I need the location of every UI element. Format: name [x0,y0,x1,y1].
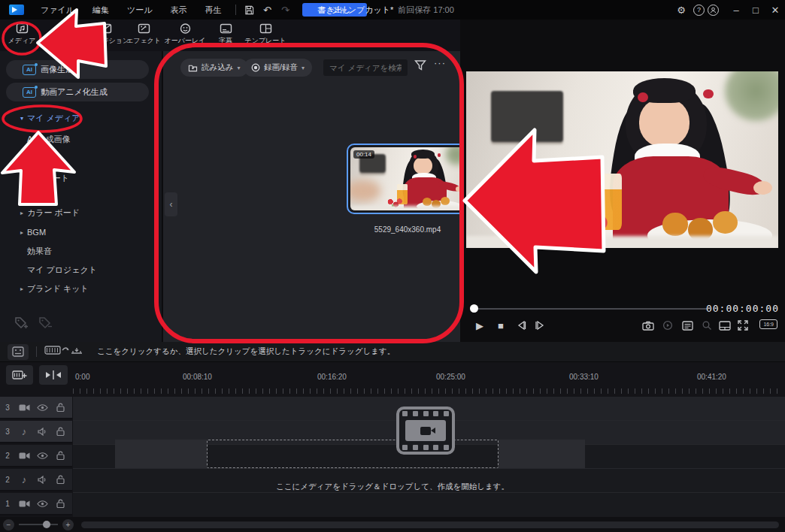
ai-image-generate-button[interactable]: AI 画像生成 [6,60,149,79]
tab-subtitle[interactable]: 字幕 [204,23,247,50]
ruler-label: 0:00 [75,373,89,381]
import-icon [188,63,198,72]
import-button[interactable]: 読み込み ▾ [180,59,248,77]
audio-track-note-icon: ♪ [15,426,33,437]
tab-overlay[interactable]: オーバーレイ [163,23,207,50]
minimize-button[interactable]: – [726,2,746,17]
zoom-out-button[interactable]: − [3,519,14,530]
add-tag-icon[interactable] [14,316,29,332]
sidebar-item-import[interactable]: インポート [0,170,150,186]
sidebar-item-my-project[interactable]: マイ プロジェクト [0,261,150,278]
media-sidebar: AI 画像生成 AI 動画アニメ化生成 ▾ マイ メディア AI 生成画像 レコ… [0,51,162,342]
media-clip-card[interactable]: 00:14 [347,144,468,214]
track-mute-speaker-icon[interactable] [33,428,51,436]
media-manager-icon[interactable] [8,344,29,360]
sidebar-item-sound-effects[interactable]: 効果音 [0,243,150,259]
dropdown-icon: ▾ [302,65,305,71]
sidebar-item-record[interactable]: レコード [0,150,150,167]
scrubber-handle[interactable] [470,304,478,313]
effect-icon [138,23,150,35]
sidebar-item-ai-generated-images[interactable]: AI 生成画像 [0,131,150,147]
tab-transition[interactable]: トランジション [83,23,127,50]
filter-funnel-icon[interactable] [414,59,427,75]
prev-frame-button[interactable] [514,319,529,332]
panel-collapse-handle[interactable]: ‹ [165,192,177,216]
export-button[interactable]: 書き出し [302,3,367,17]
zoom-slider-knob[interactable] [43,521,50,528]
video-track-icon [15,452,33,460]
tab-template[interactable]: テンプレート [244,23,287,50]
menu-file[interactable]: ファイル [32,0,83,20]
timeline-zoom-slider[interactable] [19,524,58,525]
track-lock-icon[interactable] [51,499,69,508]
more-options-icon[interactable]: ··· [434,57,446,68]
tab-media[interactable]: メディア [0,23,44,50]
record-button[interactable]: 録画/録音 ▾ [244,59,312,77]
timeline-bottom-bar: − + [0,517,785,532]
preview-scrubber[interactable] [474,308,707,310]
sidebar-item-my-media[interactable]: ▾ マイ メディア [0,110,150,126]
zoom-preview-icon[interactable] [699,319,714,332]
drag-to-track-icon [44,343,83,360]
track-lock-icon[interactable] [51,427,69,436]
divider [235,5,236,15]
ai-badge-icon: AI [23,87,36,98]
ruler-label: 00:41:20 [697,373,726,381]
redo-icon[interactable]: ↷ [277,2,295,17]
timeline-empty-hint: ここにメディアをドラッグ＆ドロップして、作成を開始します。 [0,482,785,492]
overlay-mask-icon [179,23,192,35]
track-visibility-eye-icon[interactable] [33,500,51,508]
track-drop-hint[interactable]: ここをクリックするか、選択したクリップを選択したトラックにドラッグします。 [97,346,395,357]
next-frame-button[interactable] [532,319,547,332]
fullscreen-icon[interactable] [735,319,750,332]
track-header-video-1[interactable]: 1 [0,493,72,515]
timeline-horizontal-scrollbar[interactable] [81,521,779,528]
track-visibility-eye-icon[interactable] [33,452,51,460]
sidebar-item-color-board[interactable]: ▸ カラー ボード [0,204,150,221]
preview-video[interactable] [466,71,778,248]
ai-badge-icon: AI [23,65,36,75]
zoom-in-button[interactable]: + [62,519,74,530]
close-button[interactable]: ✕ [765,2,785,17]
menu-view[interactable]: 表示 [162,0,196,20]
timeline-panel: ここをクリックするか、選択したクリップを選択したトラックにドラッグします。 0:… [0,342,785,532]
drop-zone-right [499,440,585,468]
menu-tools[interactable]: ツール [118,0,162,20]
transition-icon [99,23,112,35]
render-preview-icon[interactable] [660,319,675,332]
track-header-video-2[interactable]: 2 [0,445,72,467]
template-icon [259,23,272,35]
menu-edit[interactable]: 編集 [83,0,118,20]
track-visibility-eye-icon[interactable] [33,404,51,412]
track-lock-icon[interactable] [51,403,69,412]
settings-gear-icon[interactable]: ⚙ [672,2,690,17]
undo-icon[interactable]: ↶ [259,2,277,17]
sidebar-item-bgm[interactable]: ▸ BGM [0,224,150,240]
media-search-box[interactable] [323,59,408,76]
aspect-ratio-button[interactable]: 16:9 [759,319,777,329]
ai-video-anim-button[interactable]: AI 動画アニメ化生成 [6,83,149,101]
track-header-video-3[interactable]: 3 [0,397,72,419]
subtitle-icon [220,23,232,35]
menu-play[interactable]: 再生 [196,0,231,20]
tab-effect[interactable]: エフェクト [122,23,165,50]
track-header-audio-3[interactable]: 3 ♪ [0,421,72,443]
snapshot-camera-icon[interactable] [641,319,656,332]
account-icon[interactable] [708,5,719,16]
save-icon[interactable] [241,2,259,17]
play-button[interactable]: ▶ [472,319,487,332]
add-track-button[interactable] [6,365,33,385]
timeline-ruler[interactable] [73,388,782,394]
chevron-right-icon: ▸ [17,210,27,216]
split-screen-icon[interactable] [717,319,732,332]
track-lock-icon[interactable] [51,451,69,460]
marker-list-icon[interactable] [680,319,695,332]
media-search-input[interactable] [323,63,408,72]
remove-tag-icon[interactable] [38,316,53,332]
stop-button[interactable]: ■ [493,319,508,332]
split-clip-button[interactable] [39,365,68,385]
sidebar-item-brand-kit[interactable]: ▸ ブランド キット [0,280,150,297]
record-icon [251,63,260,72]
maximize-button[interactable]: □ [746,2,765,17]
help-icon[interactable]: ? [693,5,705,16]
